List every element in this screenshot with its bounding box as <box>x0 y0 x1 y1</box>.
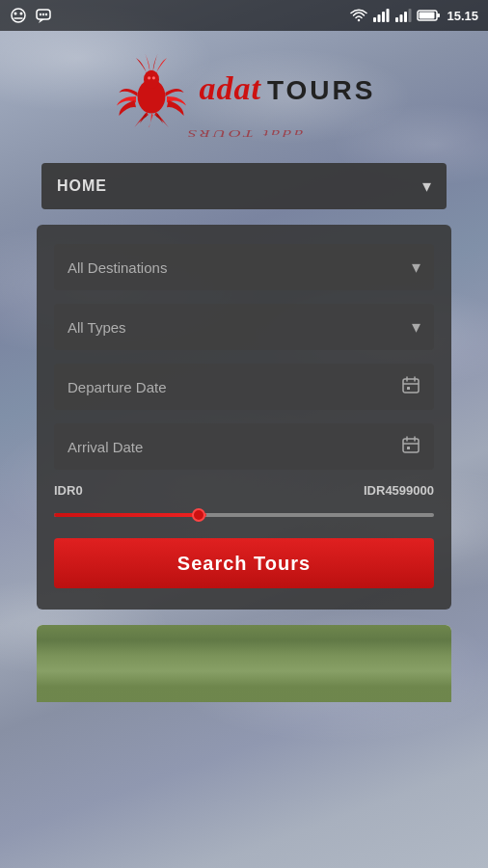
svg-rect-13 <box>395 17 398 22</box>
wifi-icon <box>350 8 367 23</box>
svg-rect-19 <box>420 13 435 19</box>
phoenix-logo <box>113 50 190 127</box>
svg-point-0 <box>12 9 25 22</box>
svg-rect-10 <box>378 14 381 22</box>
svg-point-24 <box>151 76 154 79</box>
logo-row: adat TOURS <box>113 50 376 127</box>
price-slider-container[interactable] <box>54 505 434 525</box>
svg-point-23 <box>148 76 150 79</box>
departure-label: Departure Date <box>68 379 167 395</box>
slider-fill <box>54 513 206 517</box>
svg-rect-34 <box>407 447 410 449</box>
svg-rect-15 <box>404 12 407 22</box>
brand-reflection: adat TOURS <box>185 127 303 140</box>
price-labels: IDR0 IDR4599000 <box>54 483 434 498</box>
svg-point-1 <box>14 13 17 15</box>
search-panel: All Destinations ▾ All Types ▾ Departure… <box>37 225 451 610</box>
svg-point-2 <box>20 13 23 15</box>
svg-rect-14 <box>400 14 403 22</box>
bbm-icon <box>35 7 52 24</box>
price-max-label: IDR4599000 <box>364 483 434 498</box>
svg-point-6 <box>40 14 41 15</box>
svg-rect-29 <box>407 387 410 390</box>
svg-point-8 <box>45 14 47 15</box>
battery-icon <box>417 9 442 22</box>
tours-label: TOURS <box>267 75 376 106</box>
main-content: adat TOURS adat TOURS HOME ▾ All Destina… <box>0 31 488 702</box>
price-min-label: IDR0 <box>54 483 83 498</box>
destinations-dropdown[interactable]: All Destinations ▾ <box>54 244 434 290</box>
time-display: 15.15 <box>447 9 478 23</box>
arrival-calendar-icon <box>401 435 420 459</box>
slider-thumb[interactable] <box>192 508 205 522</box>
home-label: HOME <box>57 177 107 195</box>
svg-rect-18 <box>437 14 440 17</box>
slider-track <box>54 513 434 517</box>
price-range-row: IDR0 IDR4599000 <box>54 483 434 525</box>
signal-icon-2 <box>394 8 412 23</box>
svg-rect-12 <box>387 9 390 22</box>
arrival-label: Arrival Date <box>68 439 143 455</box>
status-bar: 15.15 <box>0 0 488 31</box>
svg-rect-25 <box>403 379 419 393</box>
status-right-icons: 15.15 <box>350 8 478 23</box>
brand-text: adat TOURS <box>200 70 376 107</box>
svg-rect-9 <box>373 17 376 22</box>
svg-point-7 <box>42 14 44 15</box>
destinations-chevron-icon: ▾ <box>412 257 420 278</box>
svg-rect-11 <box>382 12 385 22</box>
arrival-date-field[interactable]: Arrival Date <box>54 423 434 470</box>
types-dropdown[interactable]: All Types ▾ <box>54 304 434 350</box>
status-left-icons <box>10 7 52 24</box>
svg-rect-16 <box>409 9 412 22</box>
brand-name: adat <box>200 70 261 107</box>
chevron-down-icon: ▾ <box>422 176 431 197</box>
bottom-preview-image <box>37 625 451 702</box>
logo-area: adat TOURS adat TOURS <box>0 31 488 153</box>
signal-icon <box>372 8 390 23</box>
departure-calendar-icon <box>401 375 420 399</box>
bottom-preview-card <box>37 625 451 702</box>
types-label: All Types <box>68 319 126 336</box>
android-icon <box>10 7 27 24</box>
search-tours-button[interactable]: Search Tours <box>54 538 434 588</box>
types-chevron-icon: ▾ <box>412 316 420 338</box>
home-dropdown[interactable]: HOME ▾ <box>41 163 447 209</box>
svg-rect-30 <box>403 439 419 452</box>
departure-date-field[interactable]: Departure Date <box>54 364 434 410</box>
destinations-label: All Destinations <box>68 259 167 276</box>
